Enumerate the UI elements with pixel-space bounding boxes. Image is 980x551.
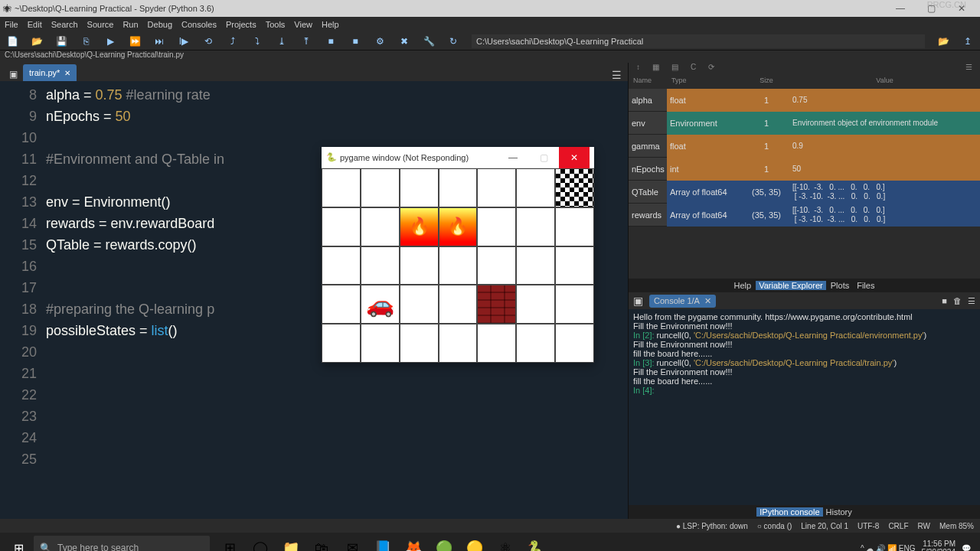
taskbar-app-icon[interactable]: 🐍 bbox=[522, 534, 550, 551]
toolbar-icon[interactable]: ↻ bbox=[441, 36, 466, 47]
minimize-button[interactable]: — bbox=[885, 3, 916, 14]
pane-close-icon[interactable]: ▣ bbox=[6, 67, 20, 81]
toolbar-icon[interactable]: ▶ bbox=[98, 36, 122, 47]
code-line[interactable]: 23 bbox=[0, 406, 628, 427]
toolbar-icon[interactable]: 📂 bbox=[24, 36, 49, 47]
statusbar: ● LSP: Python: down ○ conda () Line 20, … bbox=[0, 519, 980, 533]
console-tab-ipython-console[interactable]: IPython console bbox=[756, 507, 822, 517]
menu-search[interactable]: Search bbox=[47, 20, 83, 29]
var-row-QTable[interactable]: QTableArray of float64(35, 35)[[-10. -3.… bbox=[629, 181, 980, 204]
varex-tab-plots[interactable]: Plots bbox=[828, 281, 852, 290]
pygame-window[interactable]: 🐍 pygame window (Not Responding) — ▢ ✕ 🚗 bbox=[322, 147, 594, 363]
toolbar-icon[interactable]: ⤴ bbox=[220, 36, 245, 47]
taskbar-app-icon[interactable]: 📘 bbox=[369, 534, 397, 551]
var-row-alpha[interactable]: alphafloat10.75 bbox=[629, 89, 980, 112]
menu-help[interactable]: Help bbox=[317, 20, 344, 29]
varex-tab-variable-explorer[interactable]: Variable Explorer bbox=[756, 281, 826, 290]
close-button[interactable]: ✕ bbox=[559, 147, 590, 168]
varex-tab-files[interactable]: Files bbox=[854, 281, 877, 290]
toolbar-icon[interactable]: ⟲ bbox=[196, 36, 220, 47]
taskbar-search[interactable]: 🔍 Type here to search bbox=[34, 536, 210, 551]
kernel-stop-icon[interactable]: ■ bbox=[942, 296, 947, 305]
code-line[interactable]: 8alpha = 0.75 #learning rate bbox=[0, 84, 628, 106]
taskbar-app-icon[interactable]: 🟡 bbox=[461, 534, 488, 551]
pygame-title: pygame window (Not Responding) bbox=[340, 153, 469, 162]
varex-tool-icon[interactable]: ⟳ bbox=[708, 63, 714, 77]
code-line[interactable]: 22 bbox=[0, 384, 628, 406]
tray-icon[interactable]: 📶 bbox=[887, 544, 899, 552]
code-line[interactable]: 21 bbox=[0, 363, 628, 384]
menu-edit[interactable]: Edit bbox=[23, 20, 47, 29]
toolbar-icon[interactable]: ⏭ bbox=[147, 36, 172, 47]
menu-projects[interactable]: Projects bbox=[221, 20, 261, 29]
var-name: gamma bbox=[629, 135, 667, 158]
toolbar-icon[interactable]: 💾 bbox=[49, 36, 74, 47]
console-tab[interactable]: Console 1/A ✕ bbox=[649, 295, 716, 308]
parent-dir-icon[interactable]: ↥ bbox=[956, 36, 980, 47]
varex-tool-icon[interactable]: ↕ bbox=[636, 63, 640, 77]
menu-debug[interactable]: Debug bbox=[143, 20, 177, 29]
toolbar-icon[interactable]: ✖ bbox=[392, 36, 416, 47]
close-icon[interactable]: ✕ bbox=[64, 69, 70, 77]
varex-tab-help[interactable]: Help bbox=[731, 281, 755, 290]
menu-file[interactable]: File bbox=[0, 20, 23, 29]
toolbar-icon[interactable]: ⏩ bbox=[122, 36, 147, 47]
pane-menu-icon[interactable]: ☰ bbox=[965, 63, 972, 77]
minimize-button[interactable]: — bbox=[498, 152, 528, 163]
toolbar-icon[interactable]: ⤒ bbox=[294, 36, 318, 47]
working-dir-input[interactable]: C:\Users\sachi\Desktop\Q-Learning Practi… bbox=[472, 34, 925, 48]
taskbar-app-icon[interactable]: ✉ bbox=[338, 534, 366, 551]
grid-cell bbox=[516, 207, 555, 246]
close-icon[interactable]: ✕ bbox=[704, 296, 711, 305]
varex-tool-icon[interactable]: ▤ bbox=[671, 63, 678, 77]
var-row-gamma[interactable]: gammafloat10.9 bbox=[629, 135, 980, 158]
toolbar-icon[interactable]: ⤵ bbox=[245, 36, 270, 47]
menu-view[interactable]: View bbox=[289, 20, 317, 29]
code-line[interactable]: 9nEpochs = 50 bbox=[0, 106, 628, 127]
grid-cell bbox=[555, 207, 594, 246]
maximize-button[interactable]: ▢ bbox=[528, 152, 559, 163]
taskbar-app-icon[interactable]: ⊞ bbox=[216, 534, 243, 551]
menu-source[interactable]: Source bbox=[83, 20, 119, 29]
toolbar-icon[interactable]: ⤓ bbox=[270, 36, 294, 47]
toolbar-icon[interactable]: ⎘ bbox=[74, 36, 98, 47]
menu-consoles[interactable]: Consoles bbox=[177, 20, 221, 29]
toolbar-icon[interactable]: ■ bbox=[318, 36, 343, 47]
notifications-icon[interactable]: 💬 bbox=[962, 544, 971, 552]
var-row-env[interactable]: envEnvironment1Environment object of env… bbox=[629, 112, 980, 135]
tray-icon[interactable]: ENG bbox=[899, 544, 916, 552]
toolbar-icon[interactable]: I▶ bbox=[172, 36, 196, 47]
taskbar-app-icon[interactable]: 🟢 bbox=[430, 534, 458, 551]
tray-icon[interactable]: ☁ bbox=[866, 544, 876, 552]
start-button[interactable]: ⊞ bbox=[3, 533, 34, 551]
taskbar-app-icon[interactable]: 🛍 bbox=[308, 534, 335, 551]
console-icon[interactable]: ▣ bbox=[633, 295, 643, 307]
code-line[interactable]: 10 bbox=[0, 127, 628, 148]
tray-icon[interactable]: 🔊 bbox=[876, 544, 887, 552]
toolbar-icon[interactable]: 📄 bbox=[0, 36, 24, 47]
toolbar-icon[interactable]: ⚙ bbox=[368, 36, 392, 47]
kernel-interrupt-icon[interactable]: 🗑 bbox=[953, 296, 962, 305]
menu-tools[interactable]: Tools bbox=[261, 20, 290, 29]
pygame-titlebar[interactable]: 🐍 pygame window (Not Responding) — ▢ ✕ bbox=[322, 147, 594, 168]
code-line[interactable]: 24 bbox=[0, 427, 628, 448]
var-row-nEpochs[interactable]: nEpochsint150 bbox=[629, 158, 980, 181]
varex-tool-icon[interactable]: ▦ bbox=[652, 63, 659, 77]
var-type: Environment bbox=[667, 112, 743, 135]
code-line[interactable]: 25 bbox=[0, 448, 628, 470]
pane-menu-icon[interactable]: ☰ bbox=[968, 296, 975, 306]
toolbar-icon[interactable]: ■ bbox=[343, 36, 368, 47]
toolbar-icon[interactable]: 🔧 bbox=[416, 36, 441, 47]
folder-open-icon[interactable]: 📂 bbox=[931, 36, 956, 47]
menu-run[interactable]: Run bbox=[118, 20, 142, 29]
taskbar-app-icon[interactable]: ⚛ bbox=[492, 534, 519, 551]
console-tab-history[interactable]: History bbox=[826, 507, 852, 517]
var-row-rewards[interactable]: rewardsArray of float64(35, 35)[[-10. -3… bbox=[629, 204, 980, 227]
pane-menu-icon[interactable]: ☰ bbox=[612, 69, 622, 81]
varex-tool-icon[interactable]: C bbox=[691, 63, 696, 77]
editor-tab-train[interactable]: train.py* ✕ bbox=[23, 64, 77, 81]
taskbar-app-icon[interactable]: 🦊 bbox=[400, 534, 427, 551]
taskbar-app-icon[interactable]: 📁 bbox=[277, 534, 305, 551]
taskbar-app-icon[interactable]: ◯ bbox=[247, 534, 274, 551]
console-output[interactable]: Hello from the pygame community. https:/… bbox=[629, 309, 980, 505]
